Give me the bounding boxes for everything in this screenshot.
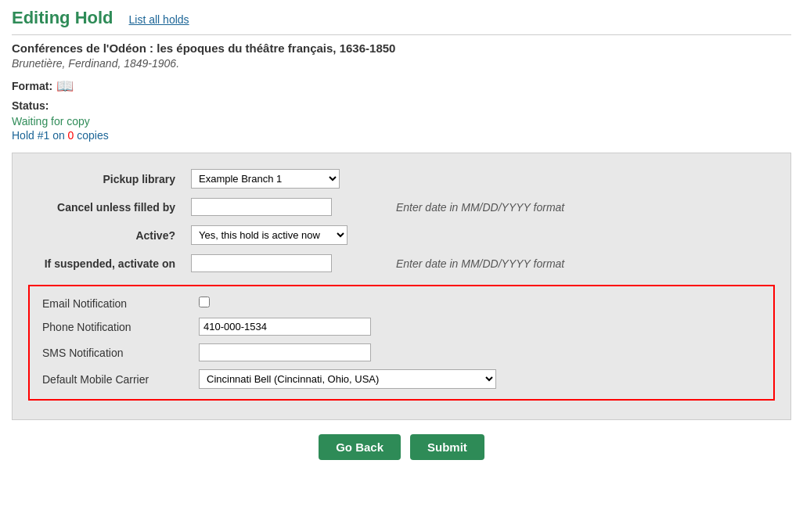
page-title: Editing Hold (12, 8, 113, 28)
hold-info: Hold #1 on 0 copies (12, 129, 791, 142)
cancel-input-cell (185, 193, 380, 221)
sms-input-cell (194, 340, 765, 365)
pickup-library-label: Pickup library (28, 164, 185, 193)
carrier-select-cell: Cincinnati Bell (Cincinnati, Ohio, USA) … (194, 365, 765, 393)
suspended-hint: Enter date in MM/DD/YYYY format (380, 250, 775, 277)
notification-box: Email Notification Phone Notification SM… (28, 285, 775, 401)
email-checkbox-cell (194, 293, 765, 314)
format-label: Format: (12, 80, 52, 92)
book-icon: 📖 (56, 77, 74, 95)
format-row: Format: 📖 (12, 77, 791, 95)
status-text: Waiting for copy (12, 115, 791, 128)
sms-notification-input[interactable] (199, 343, 371, 361)
cancel-label: Cancel unless filled by (28, 193, 185, 221)
pickup-library-select[interactable]: Example Branch 1 Example Branch 2 Main L… (191, 169, 340, 189)
sms-notification-label: SMS Notification (38, 340, 194, 365)
carrier-select[interactable]: Cincinnati Bell (Cincinnati, Ohio, USA) … (199, 369, 496, 389)
list-all-holds-link[interactable]: List all holds (129, 13, 189, 26)
phone-notification-label: Phone Notification (38, 314, 194, 340)
email-notification-checkbox[interactable] (199, 297, 210, 307)
book-title: Conférences de l'Odéon : les époques du … (12, 41, 791, 55)
carrier-label: Default Mobile Carrier (38, 365, 194, 393)
carrier-row: Default Mobile Carrier Cincinnati Bell (… (38, 365, 765, 393)
suspended-date-input[interactable] (191, 254, 332, 272)
hold-info-prefix: Hold #1 on (12, 129, 68, 142)
submit-button[interactable]: Submit (410, 434, 484, 460)
pickup-library-cell: Example Branch 1 Example Branch 2 Main L… (185, 164, 380, 193)
go-back-button[interactable]: Go Back (319, 434, 401, 460)
active-cell: Yes, this hold is active now No, this ho… (185, 221, 380, 250)
cancel-hint: Enter date in MM/DD/YYYY format (380, 193, 775, 221)
buttons-row: Go Back Submit (12, 434, 791, 460)
hold-info-suffix: copies (74, 129, 108, 142)
suspended-row: If suspended, activate on Enter date in … (28, 250, 775, 277)
phone-input-cell (194, 314, 765, 340)
sms-notification-row: SMS Notification (38, 340, 765, 365)
active-label: Active? (28, 221, 185, 250)
pickup-library-row: Pickup library Example Branch 1 Example … (28, 164, 775, 193)
active-select[interactable]: Yes, this hold is active now No, this ho… (191, 225, 347, 245)
form-table: Pickup library Example Branch 1 Example … (28, 164, 775, 277)
status-label: Status: (12, 99, 791, 112)
active-row: Active? Yes, this hold is active now No,… (28, 221, 775, 250)
suspended-label: If suspended, activate on (28, 250, 185, 277)
cancel-row: Cancel unless filled by Enter date in MM… (28, 193, 775, 221)
notification-table: Email Notification Phone Notification SM… (38, 293, 765, 393)
suspended-input-cell (185, 250, 380, 277)
email-notification-row: Email Notification (38, 293, 765, 314)
phone-notification-input[interactable] (199, 318, 371, 336)
cancel-date-input[interactable] (191, 198, 332, 216)
email-notification-label: Email Notification (38, 293, 194, 314)
main-form-section: Pickup library Example Branch 1 Example … (12, 153, 791, 420)
book-author: Brunetière, Ferdinand, 1849-1906. (12, 57, 791, 70)
page-header: Editing Hold List all holds (12, 8, 791, 35)
phone-notification-row: Phone Notification (38, 314, 765, 340)
